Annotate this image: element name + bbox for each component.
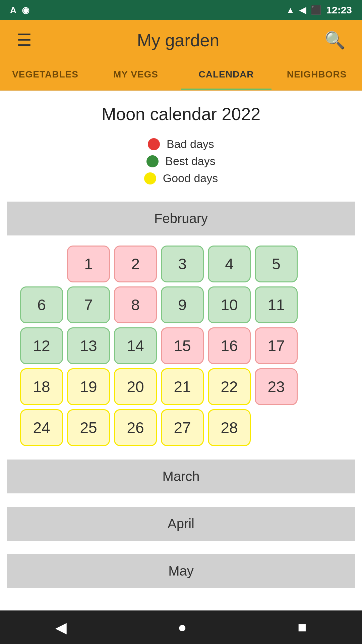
day-cell[interactable]: 14 bbox=[114, 327, 157, 364]
day-cell[interactable]: 6 bbox=[20, 286, 63, 323]
day-cell[interactable]: 2 bbox=[114, 246, 157, 282]
day-cell[interactable]: 22 bbox=[208, 368, 251, 405]
status-bar-left: A ◉ bbox=[10, 5, 29, 15]
day-cell[interactable]: 9 bbox=[161, 286, 204, 323]
day-cell[interactable]: 21 bbox=[161, 368, 204, 405]
tab-myvegs[interactable]: MY VEGS bbox=[90, 60, 181, 90]
recent-icon: ■ bbox=[298, 619, 307, 635]
signal-icon: ◀ bbox=[299, 5, 306, 15]
wifi-icon: ▲ bbox=[286, 5, 295, 15]
legend-best: Best days bbox=[146, 155, 215, 168]
back-button[interactable]: ◀ bbox=[45, 615, 77, 639]
month-section-february: February12345678910111213141516171819202… bbox=[7, 202, 355, 446]
day-spacer bbox=[20, 246, 63, 282]
good-dot bbox=[144, 172, 156, 184]
months-container: February12345678910111213141516171819202… bbox=[7, 202, 355, 588]
day-cell[interactable]: 19 bbox=[67, 368, 110, 405]
day-cell[interactable]: 1 bbox=[67, 246, 110, 282]
day-cell[interactable]: 20 bbox=[114, 368, 157, 405]
app-title: My garden bbox=[137, 30, 220, 50]
month-section-march: March bbox=[7, 460, 355, 493]
status-time: 12:23 bbox=[326, 4, 352, 16]
page-title: Moon calendar 2022 bbox=[7, 104, 355, 124]
day-cell[interactable]: 4 bbox=[208, 246, 251, 282]
nav-bar: ◀ ● ■ bbox=[0, 610, 362, 644]
good-label: Good days bbox=[163, 172, 218, 185]
tab-calendar[interactable]: CALENDAR bbox=[181, 60, 272, 90]
main-content: Moon calendar 2022 Bad days Best days Go… bbox=[0, 91, 362, 615]
best-label: Best days bbox=[165, 155, 215, 168]
month-section-may: May bbox=[7, 554, 355, 588]
home-button[interactable]: ● bbox=[168, 615, 197, 639]
day-cell[interactable]: 16 bbox=[208, 327, 251, 364]
day-cell[interactable]: 12 bbox=[20, 327, 63, 364]
day-cell[interactable]: 15 bbox=[161, 327, 204, 364]
month-header-february: February bbox=[7, 202, 355, 235]
app-bar: ☰ My garden 🔍 bbox=[0, 20, 362, 60]
legend-bad: Bad days bbox=[148, 138, 214, 151]
day-cell[interactable]: 3 bbox=[161, 246, 204, 282]
month-header-may: May bbox=[7, 554, 355, 588]
day-cell[interactable]: 26 bbox=[114, 409, 157, 446]
day-cell[interactable]: 24 bbox=[20, 409, 63, 446]
sync-icon: ◉ bbox=[22, 5, 29, 15]
tab-neighbors[interactable]: NEIGHBORS bbox=[272, 60, 362, 90]
status-bar-right: ▲ ◀ ⬛ 12:23 bbox=[286, 4, 352, 16]
day-cell[interactable]: 23 bbox=[255, 368, 298, 405]
best-dot bbox=[146, 155, 159, 167]
day-cell[interactable]: 7 bbox=[67, 286, 110, 323]
month-header-march: March bbox=[7, 460, 355, 493]
day-cell[interactable]: 17 bbox=[255, 327, 298, 364]
day-cell[interactable]: 13 bbox=[67, 327, 110, 364]
day-cell[interactable]: 10 bbox=[208, 286, 251, 323]
bad-dot bbox=[148, 138, 160, 150]
tab-bar: VEGETABLES MY VEGS CALENDAR NEIGHBORS bbox=[0, 60, 362, 91]
search-icon: 🔍 bbox=[324, 31, 345, 50]
day-cell[interactable]: 27 bbox=[161, 409, 204, 446]
month-section-april: April bbox=[7, 507, 355, 541]
day-cell[interactable]: 25 bbox=[67, 409, 110, 446]
calendar-grid-february: 1234567891011121314151617181920212223242… bbox=[7, 246, 355, 446]
battery-icon: ⬛ bbox=[311, 5, 321, 15]
day-cell[interactable]: 5 bbox=[255, 246, 298, 282]
day-cell[interactable]: 18 bbox=[20, 368, 63, 405]
month-header-april: April bbox=[7, 507, 355, 541]
back-icon: ◀ bbox=[55, 619, 67, 636]
menu-button[interactable]: ☰ bbox=[13, 29, 35, 52]
home-icon: ● bbox=[178, 619, 187, 635]
search-button[interactable]: 🔍 bbox=[321, 29, 349, 52]
day-cell[interactable]: 28 bbox=[208, 409, 251, 446]
day-cell[interactable]: 8 bbox=[114, 286, 157, 323]
bad-label: Bad days bbox=[167, 138, 214, 151]
tab-vegetables[interactable]: VEGETABLES bbox=[0, 60, 90, 90]
accessibility-icon: A bbox=[10, 5, 16, 15]
recent-button[interactable]: ■ bbox=[288, 615, 317, 639]
legend-good: Good days bbox=[144, 172, 218, 185]
hamburger-icon: ☰ bbox=[17, 31, 32, 50]
legend: Bad days Best days Good days bbox=[7, 138, 355, 185]
status-bar: A ◉ ▲ ◀ ⬛ 12:23 bbox=[0, 0, 362, 20]
day-cell[interactable]: 11 bbox=[255, 286, 298, 323]
